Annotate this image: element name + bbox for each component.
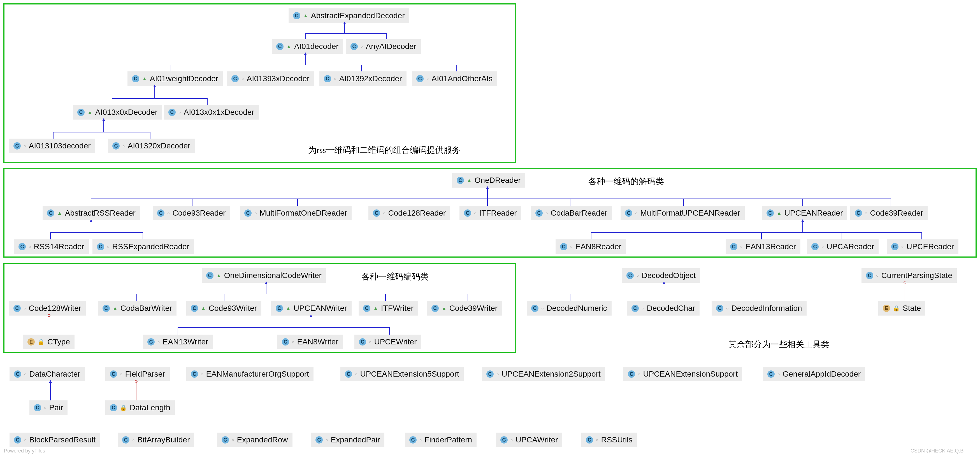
node-Code39Reader[interactable]: C ○ Code39Reader xyxy=(850,206,928,220)
node-MultiFormatOneDReader[interactable]: C ○ MultiFormatOneDReader xyxy=(240,206,352,220)
node-AI01AndOtherAIs[interactable]: C ○ AI01AndOtherAIs xyxy=(412,71,497,86)
node-BlockParsedResult[interactable]: C ○ BlockParsedResult xyxy=(10,433,100,447)
circle-icon: ○ xyxy=(178,110,181,114)
node-AI013103decoder[interactable]: C ○ AI013103decoder xyxy=(9,139,95,153)
node-DecodedObject[interactable]: C ○ DecodedObject xyxy=(622,268,700,283)
class-icon: C xyxy=(350,43,358,50)
node-EAN13Reader[interactable]: C ○ EAN13Reader xyxy=(725,239,800,254)
lock-icon: 🔒 xyxy=(38,339,45,345)
node-OneDimensionalCodeWriter[interactable]: C ▲ OneDimensionalCodeWriter xyxy=(202,268,326,283)
class-icon: C xyxy=(324,75,331,82)
node-label: ExpandedRow xyxy=(237,435,288,444)
node-ExpandedPair[interactable]: C ○ ExpandedPair xyxy=(311,433,384,447)
node-OneDReader[interactable]: C ▲ OneDReader xyxy=(452,173,525,188)
class-icon: C xyxy=(464,209,471,217)
node-Pair[interactable]: C ○ Pair xyxy=(29,400,67,415)
node-UPCAReader[interactable]: C ○ UPCAReader xyxy=(807,239,878,254)
node-label: GeneralAppIdDecoder xyxy=(783,369,861,379)
node-label: DecodedChar xyxy=(647,304,695,313)
class-icon: C xyxy=(14,371,21,378)
node-ITFReader[interactable]: C ○ ITFReader xyxy=(460,206,521,220)
caption-group2: 各种一维码的解码类 xyxy=(588,176,664,187)
node-FinderPattern[interactable]: C ○ FinderPattern xyxy=(405,433,477,447)
node-Code128Reader[interactable]: C ○ Code128Reader xyxy=(368,206,450,220)
node-UPCEReader[interactable]: C ○ UPCEReader xyxy=(887,239,958,254)
class-icon: C xyxy=(628,371,635,378)
node-label: EAN13Writer xyxy=(162,338,208,346)
node-AI01weightDecoder[interactable]: C ▲ AI01weightDecoder xyxy=(127,71,223,86)
node-RSSExpandedReader[interactable]: C ○ RSSExpandedReader xyxy=(92,239,194,254)
node-AbstractRSSReader[interactable]: C ▲ AbstractRSSReader xyxy=(43,206,140,220)
node-State[interactable]: E 🔒 State xyxy=(878,301,925,315)
node-DecodedNumeric[interactable]: C ○ DecodedNumeric xyxy=(527,301,612,315)
node-BitArrayBuilder[interactable]: C ○ BitArrayBuilder xyxy=(118,433,194,447)
node-CType[interactable]: E 🔒 CType xyxy=(23,335,75,349)
node-Code93Reader[interactable]: C ○ Code93Reader xyxy=(153,206,230,220)
class-icon: C xyxy=(244,209,251,217)
node-UPCEWriter[interactable]: C ○ UPCEWriter xyxy=(355,335,421,349)
circle-icon: ○ xyxy=(419,438,422,442)
lock-icon: 🔒 xyxy=(120,404,127,411)
node-ExpandedRow[interactable]: C ○ ExpandedRow xyxy=(217,433,293,447)
node-DecodedInformation[interactable]: C ○ DecodedInformation xyxy=(712,301,807,315)
node-UPCEANWriter[interactable]: C ▲ UPCEANWriter xyxy=(271,301,352,315)
node-label: DataCharacter xyxy=(29,369,80,379)
class-icon: C xyxy=(47,209,54,217)
class-icon: C xyxy=(730,243,737,250)
node-UPCEANExtension5Support[interactable]: C ○ UPCEANExtension5Support xyxy=(340,367,464,381)
node-MultiFormatUPCEANReader[interactable]: C ○ MultiFormatUPCEANReader xyxy=(620,206,745,220)
node-EAN13Writer[interactable]: C ○ EAN13Writer xyxy=(143,335,213,349)
node-label: CodaBarWriter xyxy=(121,304,172,313)
node-UPCEANReader[interactable]: C ▲ UPCEANReader xyxy=(762,206,847,220)
node-label: MultiFormatOneDReader xyxy=(259,209,347,217)
circle-icon: ○ xyxy=(383,211,385,215)
node-UPCAWriter[interactable]: C ○ UPCAWriter xyxy=(496,433,562,447)
node-label: Code39Reader xyxy=(870,209,923,217)
node-AnyAIDecoder[interactable]: C ○ AnyAIDecoder xyxy=(346,39,421,54)
node-AI01392xDecoder[interactable]: C ○ AI01392xDecoder xyxy=(320,71,407,86)
node-RSS14Reader[interactable]: C ○ RSS14Reader xyxy=(14,239,89,254)
class-icon: C xyxy=(132,75,139,82)
class-icon: C xyxy=(500,436,508,444)
node-EAN8Writer[interactable]: C ○ EAN8Writer xyxy=(277,335,343,349)
enum-icon: E xyxy=(883,304,890,312)
circle-icon: ○ xyxy=(474,211,476,215)
node-UPCEANExtensionSupport[interactable]: C ○ UPCEANExtensionSupport xyxy=(624,367,742,381)
class-icon: C xyxy=(345,371,352,378)
node-Code93Writer[interactable]: C ▲ Code93Writer xyxy=(186,301,261,315)
circle-icon: ○ xyxy=(201,372,203,376)
node-label: UPCAWriter xyxy=(515,435,558,444)
class-icon: C xyxy=(19,243,26,250)
node-DecodedChar[interactable]: C ○ DecodedChar xyxy=(627,301,700,315)
node-AbstractExpandedDecoder[interactable]: C ▲ AbstractExpandedDecoder xyxy=(289,8,409,23)
node-label: EAN8Writer xyxy=(297,338,338,346)
node-Code128Writer[interactable]: C ○ Code128Writer xyxy=(9,301,86,315)
node-UPCEANExtension2Support[interactable]: C ○ UPCEANExtension2Support xyxy=(482,367,605,381)
abstract-icon: ▲ xyxy=(776,210,782,216)
node-label: RSSUtils xyxy=(601,435,632,444)
node-AI013x0x1xDecoder[interactable]: C ○ AI013x0x1xDecoder xyxy=(164,105,259,120)
node-GeneralAppIdDecoder[interactable]: C ○ GeneralAppIdDecoder xyxy=(763,367,865,381)
node-ITFWriter[interactable]: C ▲ ITFWriter xyxy=(359,301,418,315)
abstract-icon: ▲ xyxy=(142,76,147,82)
node-EANManufacturerOrgSupport[interactable]: C ○ EANManufacturerOrgSupport xyxy=(186,367,313,381)
node-EAN8Reader[interactable]: C ○ EAN8Reader xyxy=(555,239,626,254)
node-DataCharacter[interactable]: C ○ DataCharacter xyxy=(10,367,85,381)
node-CurrentParsingState[interactable]: C ○ CurrentParsingState xyxy=(861,268,957,283)
node-label: AI01weightDecoder xyxy=(150,74,218,83)
node-CodaBarWriter[interactable]: C ▲ CodaBarWriter xyxy=(98,301,177,315)
node-AI01320xDecoder[interactable]: C ○ AI01320xDecoder xyxy=(108,139,195,153)
node-AI01decoder[interactable]: C ▲ AI01decoder xyxy=(272,39,343,54)
node-AI013x0xDecoder[interactable]: C ▲ AI013x0xDecoder xyxy=(73,105,162,120)
node-RSSUtils[interactable]: C ○ RSSUtils xyxy=(581,433,637,447)
lock-icon: 🔒 xyxy=(893,305,900,312)
node-DataLength[interactable]: C 🔒 DataLength xyxy=(105,400,175,415)
node-Code39Writer[interactable]: C ▲ Code39Writer xyxy=(427,301,502,315)
node-CodaBarReader[interactable]: C ○ CodaBarReader xyxy=(531,206,612,220)
abstract-icon: ▲ xyxy=(442,306,447,311)
node-FieldParser[interactable]: C ○ FieldParser xyxy=(105,367,170,381)
node-AI01393xDecoder[interactable]: C ○ AI01393xDecoder xyxy=(227,71,314,86)
node-label: AbstractExpandedDecoder xyxy=(311,11,405,20)
circle-icon: ○ xyxy=(901,244,904,249)
circle-icon: ○ xyxy=(120,372,122,376)
